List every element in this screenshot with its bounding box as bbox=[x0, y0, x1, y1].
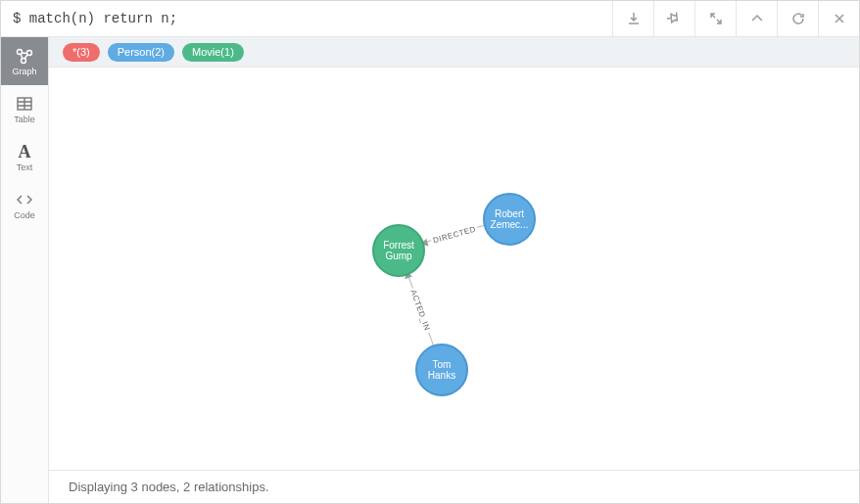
close-button[interactable] bbox=[818, 1, 859, 36]
tab-label: Graph bbox=[12, 67, 36, 76]
graph-icon bbox=[15, 47, 34, 65]
svg-point-1 bbox=[27, 50, 32, 55]
tab-label: Table bbox=[14, 115, 35, 124]
pin-icon bbox=[667, 11, 683, 26]
tab-graph[interactable]: Graph bbox=[1, 37, 48, 85]
status-footer: Displaying 3 nodes, 2 relationships. bbox=[49, 470, 859, 503]
close-icon bbox=[832, 11, 847, 26]
label-pillbar: *(3) Person(2) Movie(1) bbox=[49, 37, 859, 68]
refresh-button[interactable] bbox=[777, 1, 818, 36]
text-icon: A bbox=[15, 143, 34, 160]
tab-label: Code bbox=[14, 210, 35, 220]
tab-code[interactable]: Code bbox=[1, 181, 48, 229]
pill-movie[interactable]: Movie(1) bbox=[182, 43, 244, 62]
main-panel: *(3) Person(2) Movie(1) DIRECTEDACTED_IN… bbox=[49, 37, 859, 503]
tab-text[interactable]: A Text bbox=[1, 133, 48, 181]
svg-point-2 bbox=[22, 58, 26, 63]
graph-node-tom[interactable]: TomHanks bbox=[415, 344, 468, 396]
expand-icon bbox=[708, 11, 724, 26]
tab-label: Text bbox=[17, 162, 33, 172]
chevron-up-icon bbox=[749, 11, 765, 26]
code-icon bbox=[15, 191, 34, 208]
toolbar-buttons bbox=[612, 1, 859, 36]
node-label: TomHanks bbox=[428, 359, 455, 382]
pill-all[interactable]: *(3) bbox=[63, 43, 100, 62]
svg-point-0 bbox=[18, 49, 23, 54]
collapse-up-button[interactable] bbox=[736, 1, 777, 36]
graph-node-forrest[interactable]: ForrestGump bbox=[372, 224, 425, 277]
expand-button[interactable] bbox=[694, 1, 736, 36]
node-label: RobertZemec... bbox=[491, 208, 529, 231]
pin-button[interactable] bbox=[653, 1, 694, 36]
query-text: $ match(n) return n; bbox=[1, 1, 612, 36]
edge-label: DIRECTED bbox=[430, 224, 478, 246]
view-sidebar: Graph Table A Text Code bbox=[1, 37, 49, 503]
result-frame: $ match(n) return n; bbox=[0, 0, 860, 504]
tab-table[interactable]: Table bbox=[1, 85, 48, 133]
node-label: ForrestGump bbox=[383, 240, 414, 262]
refresh-icon bbox=[790, 11, 806, 26]
download-button[interactable] bbox=[612, 1, 653, 36]
edge-label: ACTED_IN bbox=[408, 287, 433, 334]
pill-person[interactable]: Person(2) bbox=[108, 43, 174, 62]
table-icon bbox=[15, 95, 34, 113]
body: Graph Table A Text Code *(3) bbox=[1, 37, 859, 503]
topbar: $ match(n) return n; bbox=[1, 1, 859, 37]
graph-node-robert[interactable]: RobertZemec... bbox=[483, 193, 536, 246]
download-icon bbox=[626, 11, 642, 26]
graph-canvas[interactable]: DIRECTEDACTED_INRobertZemec...ForrestGum… bbox=[49, 68, 859, 470]
